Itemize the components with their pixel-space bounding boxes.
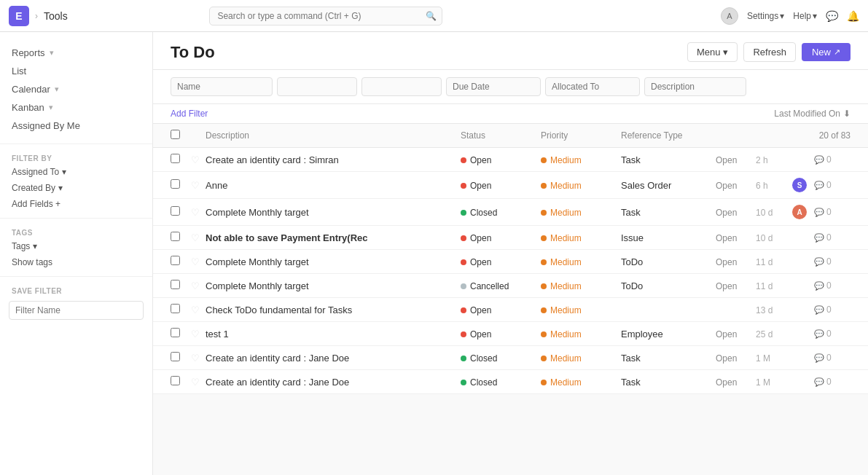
row-checkbox[interactable] (171, 232, 180, 241)
description-filter-input[interactable] (644, 77, 746, 96)
sidebar-item-assigned-by-me[interactable]: Assigned By Me (0, 117, 152, 135)
save-filter-label: SAVE FILTER (0, 283, 152, 297)
filter-assigned-to[interactable]: Assigned To ▾ (0, 164, 152, 180)
row-priority: Medium (541, 353, 621, 364)
row-open-label: Open (716, 377, 756, 388)
sidebar-item-calendar[interactable]: Calendar ▾ (0, 80, 152, 98)
comment-icon: 💬 (814, 353, 824, 363)
row-checkbox[interactable] (171, 304, 180, 313)
chevron-down-icon: ▾ (62, 167, 66, 177)
row-checkbox[interactable] (171, 256, 180, 265)
sidebar-item-reports[interactable]: Reports ▾ (0, 44, 152, 62)
row-open-label: Open (716, 353, 756, 364)
row-checkbox[interactable] (171, 376, 180, 385)
status-filter-input[interactable] (277, 77, 357, 96)
row-checkbox-col (171, 179, 191, 191)
sidebar-nav-section: Reports ▾ List Calendar ▾ Kanban ▾ Assig… (0, 41, 152, 138)
help-button[interactable]: Help ▾ (793, 11, 817, 21)
row-status: Open (461, 180, 541, 191)
chevron-down-icon: ▾ (723, 47, 728, 58)
row-heart[interactable]: ♡ (191, 377, 206, 388)
row-checkbox[interactable] (171, 154, 180, 163)
row-checkbox[interactable] (171, 352, 180, 361)
filter-created-by[interactable]: Created By ▾ (0, 180, 152, 196)
row-priority: Medium (541, 377, 621, 388)
row-checkbox[interactable] (171, 328, 180, 337)
top-navigation: E › Tools 🔍 A Settings ▾ Help ▾ 💬 🔔 (0, 0, 868, 32)
priority-label: Medium (550, 305, 582, 315)
search-bar[interactable]: 🔍 (209, 7, 442, 25)
allocated-filter-input[interactable] (545, 77, 640, 96)
priority-filter-input[interactable] (361, 77, 442, 96)
filter-row (153, 70, 868, 104)
table: Description Status Priority Reference Ty… (153, 124, 868, 394)
status-label: Open (470, 305, 491, 315)
row-priority: Medium (541, 280, 621, 291)
search-input[interactable] (209, 7, 442, 25)
row-checkbox-col (171, 328, 191, 339)
status-label: Closed (470, 208, 497, 218)
chat-icon[interactable]: 💬 (826, 10, 838, 22)
add-filter-button[interactable]: Add Filter (171, 109, 208, 119)
add-filter-row: Add Filter Last Modified On ⬇ (153, 104, 868, 124)
row-checkbox-col (171, 304, 191, 315)
bell-icon[interactable]: 🔔 (847, 10, 859, 22)
sidebar-item-list[interactable]: List (0, 62, 152, 80)
row-heart[interactable]: ♡ (191, 329, 206, 339)
due-date-filter-input[interactable] (446, 77, 541, 96)
priority-dot (541, 380, 547, 385)
row-reference-type: Employee (621, 329, 716, 339)
row-checkbox[interactable] (171, 206, 180, 216)
row-checkbox[interactable] (171, 280, 180, 289)
priority-label: Medium (550, 329, 582, 339)
row-checkbox[interactable] (171, 179, 180, 189)
priority-dot (541, 356, 547, 361)
row-heart[interactable]: ♡ (191, 353, 206, 364)
priority-label: Medium (550, 281, 582, 291)
comment-icon: 💬 (814, 257, 824, 267)
sidebar-divider-3 (0, 276, 152, 277)
row-heart[interactable]: ♡ (191, 154, 206, 165)
row-reference-type: Task (621, 154, 716, 165)
new-button[interactable]: New ↗ (802, 43, 851, 61)
row-status: Open (461, 256, 541, 267)
status-dot (461, 183, 466, 189)
row-checkbox-col (171, 206, 191, 218)
row-time: 11 d (756, 280, 792, 291)
show-tags-button[interactable]: Show tags (0, 254, 152, 270)
row-heart[interactable]: ♡ (191, 280, 206, 291)
comment-count-label: 0 (826, 154, 832, 165)
row-heart[interactable]: ♡ (191, 180, 206, 191)
sort-down-icon[interactable]: ⬇ (843, 109, 851, 119)
row-heart[interactable]: ♡ (191, 207, 206, 218)
settings-button[interactable]: Settings ▾ (747, 11, 784, 21)
priority-dot (541, 283, 547, 289)
add-fields-button[interactable]: Add Fields + (0, 196, 152, 212)
row-heart[interactable]: ♡ (191, 256, 206, 267)
sidebar-item-kanban[interactable]: Kanban ▾ (0, 98, 152, 117)
menu-button[interactable]: Menu ▾ (687, 42, 738, 62)
refresh-button[interactable]: Refresh (743, 42, 796, 62)
row-description: Create an identity card : Jane Doe (206, 353, 461, 364)
row-heart[interactable]: ♡ (191, 305, 206, 315)
row-reference-type: Task (621, 377, 716, 388)
last-modified-sort: Last Modified On ⬇ (774, 109, 851, 119)
row-checkbox-col (171, 154, 191, 165)
row-comments: 💬 0 (814, 256, 851, 267)
status-label: Closed (470, 353, 497, 364)
save-filter-input[interactable] (9, 301, 144, 320)
name-filter-input[interactable] (171, 77, 273, 96)
comment-icon: 💬 (814, 233, 824, 243)
row-time: 2 h (756, 154, 792, 165)
sidebar-divider-2 (0, 218, 152, 219)
tags-item[interactable]: Tags ▾ (0, 238, 152, 254)
row-heart[interactable]: ♡ (191, 232, 206, 243)
row-open-label: Open (716, 232, 756, 243)
cursor-icon: ↗ (834, 47, 840, 57)
status-label: Open (470, 329, 491, 339)
row-description: Create an identity card : Simran (206, 154, 461, 165)
priority-label: Medium (550, 377, 582, 388)
status-dot (461, 380, 466, 385)
table-row: ♡ Not able to save Payment Entry(Rec Ope… (153, 226, 868, 250)
select-all-checkbox[interactable] (171, 130, 180, 139)
